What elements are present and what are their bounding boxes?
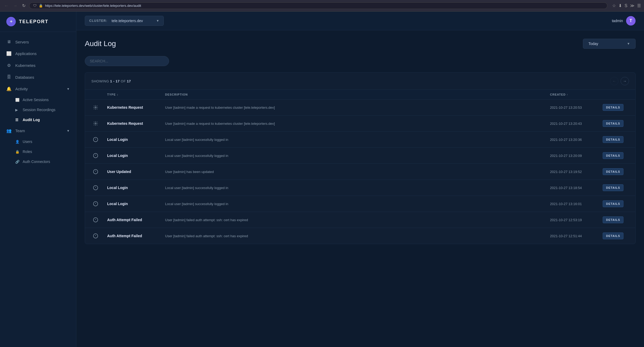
sidebar-logo: ✦ TELEPORT	[0, 12, 76, 32]
logo-text: TELEPORT	[19, 19, 48, 24]
details-button[interactable]: DETAILS	[603, 120, 623, 127]
row-created: 2021-10-27 12:53:19	[550, 218, 603, 222]
sidebar-sub-item-audit-log[interactable]: ☰ Audit Log	[0, 115, 76, 125]
roles-icon: 🔒	[15, 150, 19, 154]
row-type: Local Login	[107, 186, 165, 190]
table-row: Local Login Local user [tadmin] successf…	[85, 148, 635, 164]
main-content: CLUSTER: tele.teleporters.dev ▼ tadmin T…	[76, 12, 644, 347]
sidebar-sub-item-users[interactable]: 👤 Users	[0, 137, 76, 147]
row-details-cell: DETAILS	[603, 216, 629, 223]
col-header-type[interactable]: TYPE ↕	[107, 93, 165, 96]
row-description: Local user [tadmin] successfully logged …	[165, 186, 550, 190]
row-created: 2021-10-27 13:19:52	[550, 170, 603, 174]
sub-item-label: Active Sessions	[23, 98, 49, 102]
col-header-description: DESCRIPTION	[165, 93, 550, 96]
app-container: ✦ TELEPORT 🖥 Servers ⬜ Applications ⚙ Ku…	[0, 12, 644, 347]
reload-button[interactable]: ↻	[21, 2, 27, 9]
cluster-value: tele.teleporters.dev	[112, 19, 153, 23]
svg-point-1	[95, 123, 96, 124]
bookmark-button[interactable]: ☆	[612, 3, 616, 8]
row-type: User Updated	[107, 170, 165, 174]
row-type-icon	[91, 216, 100, 224]
cluster-label: CLUSTER:	[89, 19, 107, 23]
details-button[interactable]: DETAILS	[603, 200, 623, 207]
menu-button[interactable]: ☰	[637, 3, 641, 8]
row-details-cell: DETAILS	[603, 120, 629, 127]
row-created: 2021-10-27 13:16:01	[550, 202, 603, 206]
sidebar-item-label: Team	[15, 128, 63, 133]
details-button[interactable]: DETAILS	[603, 168, 623, 175]
column-headers: TYPE ↕ DESCRIPTION CREATED ↑	[85, 90, 635, 100]
cluster-selector[interactable]: CLUSTER: tele.teleporters.dev ▼	[85, 16, 164, 26]
url-display: https://tele.teleporters.dev/web/cluster…	[45, 4, 603, 8]
forward-button[interactable]: →	[12, 2, 18, 9]
sidebar-sub-item-active-sessions[interactable]: ⬜ Active Sessions	[0, 95, 76, 105]
sidebar-item-team[interactable]: 👥 Team ▼	[0, 125, 76, 137]
nav-section-main: 🖥 Servers ⬜ Applications ⚙ Kubernetes 🗄 …	[0, 35, 76, 168]
search-input[interactable]	[85, 56, 169, 66]
details-button[interactable]: DETAILS	[603, 136, 623, 143]
session-recordings-icon: ▶	[15, 108, 19, 112]
page-content: Audit Log Today ▼ SHOWING 1 - 17 of 17	[76, 30, 644, 347]
extensions-button[interactable]: ≫	[630, 3, 635, 8]
browser-bar: ← → ↻ 🛡 🔒 https://tele.teleporters.dev/w…	[0, 0, 644, 12]
col-header-created[interactable]: CREATED ↑	[550, 93, 603, 96]
created-sort-icon: ↑	[567, 93, 568, 96]
row-type-icon	[91, 200, 100, 208]
sub-item-label: Session Recordings	[23, 108, 56, 112]
pagination-buttons: ← →	[610, 77, 629, 85]
audit-log-icon: ☰	[15, 118, 19, 122]
date-value: Today	[588, 42, 624, 46]
details-button[interactable]: DETAILS	[603, 184, 623, 191]
sidebar-sub-item-roles[interactable]: 🔒 Roles	[0, 147, 76, 157]
user-avatar[interactable]: T	[626, 16, 636, 26]
sidebar-nav: 🖥 Servers ⬜ Applications ⚙ Kubernetes 🗄 …	[0, 32, 76, 171]
sidebar-item-servers[interactable]: 🖥 Servers	[0, 36, 76, 48]
security-icon: 🛡	[33, 4, 37, 8]
row-type: Local Login	[107, 202, 165, 206]
sidebar-item-activity[interactable]: 🔔 Activity ▼	[0, 83, 76, 95]
date-chevron-icon: ▼	[627, 42, 630, 46]
download-button[interactable]: ⬇	[618, 3, 622, 8]
sidebar-item-databases[interactable]: 🗄 Databases	[0, 71, 76, 83]
row-created: 2021-10-27 12:51:44	[550, 234, 603, 238]
sidebar-item-label: Activity	[15, 87, 63, 91]
sidebar-item-label: Kubernetes	[15, 63, 70, 68]
row-type-icon	[91, 119, 100, 128]
back-button[interactable]: ←	[3, 2, 9, 9]
row-created: 2021-10-27 13:20:53	[550, 106, 603, 110]
audit-log-table: SHOWING 1 - 17 of 17 ← → TYPE ↕ DESCRIPT…	[85, 72, 636, 244]
sidebar-item-applications[interactable]: ⬜ Applications	[0, 48, 76, 60]
sidebar-sub-item-auth-connectors[interactable]: 🔗 Auth Connectors	[0, 157, 76, 167]
showing-count: SHOWING 1 - 17 of 17	[91, 79, 131, 83]
address-bar[interactable]: 🛡 🔒 https://tele.teleporters.dev/web/clu…	[29, 2, 607, 9]
next-page-button[interactable]: →	[621, 77, 629, 85]
row-details-cell: DETAILS	[603, 184, 629, 191]
row-details-cell: DETAILS	[603, 152, 629, 159]
sidebar-item-kubernetes[interactable]: ⚙ Kubernetes	[0, 60, 76, 71]
date-selector[interactable]: Today ▼	[583, 39, 636, 49]
row-details-cell: DETAILS	[603, 232, 629, 239]
row-type: Kubernetes Request	[107, 105, 165, 110]
details-button[interactable]: DETAILS	[603, 152, 623, 159]
table-row: Auth Attempt Failed User [tadmin] failed…	[85, 228, 635, 244]
table-row: Kubernetes Request User [tadmin] made a …	[85, 116, 635, 132]
page-header: Audit Log Today ▼	[85, 39, 636, 49]
browser-actions: ☆ ⬇ S ≫ ☰	[612, 3, 641, 8]
details-button[interactable]: DETAILS	[603, 232, 623, 239]
details-button[interactable]: DETAILS	[603, 104, 623, 111]
servers-icon: 🖥	[6, 39, 12, 44]
row-type-icon	[91, 151, 100, 160]
row-details-cell: DETAILS	[603, 200, 629, 207]
sidebar-item-label: Servers	[15, 40, 70, 44]
sub-item-label: Audit Log	[23, 118, 40, 122]
row-details-cell: DETAILS	[603, 104, 629, 111]
table-header-row: SHOWING 1 - 17 of 17 ← →	[85, 73, 635, 90]
sidebar-sub-item-session-recordings[interactable]: ▶ Session Recordings	[0, 105, 76, 115]
table-row: Kubernetes Request User [tadmin] made a …	[85, 100, 635, 116]
profile-button[interactable]: S	[625, 3, 627, 8]
prev-page-button[interactable]: ←	[610, 77, 618, 85]
details-button[interactable]: DETAILS	[603, 216, 623, 223]
svg-point-0	[95, 107, 96, 108]
row-description: Local user [tadmin] successfully logged …	[165, 138, 550, 142]
